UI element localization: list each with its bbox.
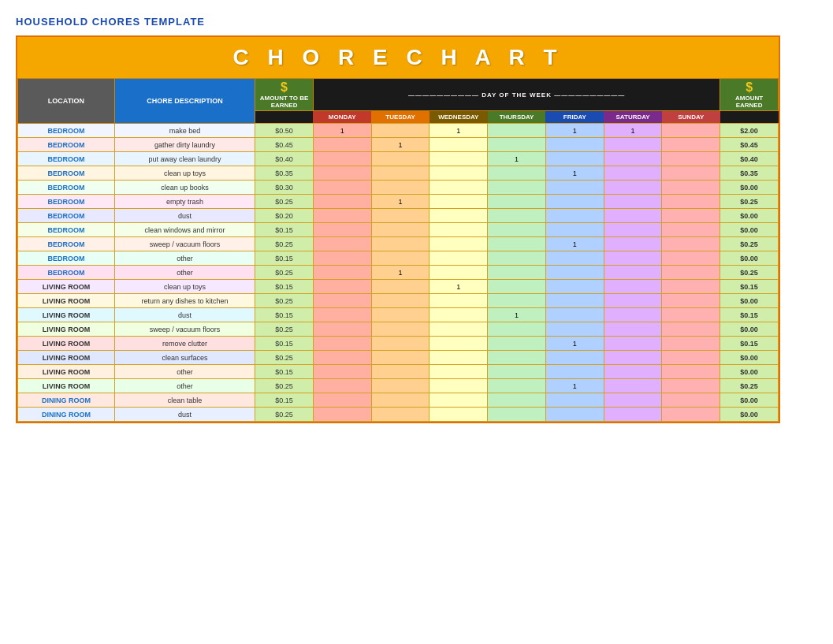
sunday-cell <box>662 294 720 308</box>
friday-header: FRIDAY <box>545 111 604 124</box>
amount-cell: $0.20 <box>255 209 314 223</box>
thursday-cell <box>488 223 546 237</box>
sunday-cell <box>662 308 720 322</box>
friday-cell <box>545 209 604 223</box>
earned-cell: $0.25 <box>720 195 779 209</box>
wednesday-cell <box>430 337 488 351</box>
monday-cell <box>313 365 371 379</box>
chore-cell: return any dishes to kitchen <box>114 294 255 308</box>
monday-cell <box>313 351 371 365</box>
chore-cell: sweep / vacuum floors <box>114 322 255 337</box>
amount-cell: $0.15 <box>255 393 314 408</box>
earned-cell: $0.00 <box>720 181 779 195</box>
tuesday-cell <box>371 237 430 251</box>
friday-cell <box>545 223 604 237</box>
monday-cell <box>313 223 371 237</box>
thursday-cell <box>488 351 546 365</box>
friday-cell <box>545 322 604 337</box>
earned-cell: $0.15 <box>720 308 779 322</box>
location-cell: LIVING ROOM <box>18 294 115 308</box>
sunday-cell <box>662 166 720 181</box>
location-cell: BEDROOM <box>18 124 115 138</box>
tuesday-cell <box>371 322 430 337</box>
monday-cell <box>313 280 371 294</box>
earned-cell: $0.00 <box>720 351 779 365</box>
tuesday-cell: 1 <box>371 138 430 152</box>
thursday-cell <box>488 393 546 408</box>
saturday-cell <box>604 251 662 266</box>
location-header: LOCATION <box>18 79 115 124</box>
chore-cell: clean up toys <box>114 166 255 181</box>
table-row: BEDROOMdust$0.20$0.00 <box>18 209 779 223</box>
tuesday-cell <box>371 294 430 308</box>
amount-cell: $0.25 <box>255 294 314 308</box>
friday-cell <box>545 408 604 422</box>
saturday-cell: 1 <box>604 124 662 138</box>
location-cell: LIVING ROOM <box>18 308 115 322</box>
table-row: BEDROOMmake bed$0.501111$2.00 <box>18 124 779 138</box>
amount-cell: $0.15 <box>255 365 314 379</box>
amount-cell: $0.30 <box>255 181 314 195</box>
saturday-cell <box>604 181 662 195</box>
monday-cell <box>313 195 371 209</box>
earned-cell: $0.00 <box>720 294 779 308</box>
earned-cell: $0.00 <box>720 223 779 237</box>
location-cell: DINING ROOM <box>18 408 115 422</box>
thursday-cell <box>488 124 546 138</box>
friday-cell <box>545 351 604 365</box>
thursday-header: THURSDAY <box>488 111 546 124</box>
friday-cell <box>545 266 604 280</box>
saturday-cell <box>604 365 662 379</box>
sunday-cell <box>662 152 720 166</box>
wednesday-cell <box>430 266 488 280</box>
chore-cell: empty trash <box>114 195 255 209</box>
chart-title-row: C H O R E C H A R T <box>17 37 779 78</box>
saturday-cell <box>604 138 662 152</box>
earned-cell: $0.35 <box>720 166 779 181</box>
saturday-cell <box>604 195 662 209</box>
friday-cell <box>545 280 604 294</box>
amount-cell: $0.35 <box>255 166 314 181</box>
sunday-cell <box>662 181 720 195</box>
table-row: BEDROOMclean windows and mirror$0.15$0.0… <box>18 223 779 237</box>
chore-cell: clean windows and mirror <box>114 223 255 237</box>
wednesday-cell <box>430 379 488 393</box>
thursday-cell <box>488 209 546 223</box>
wednesday-cell: 1 <box>430 280 488 294</box>
chore-cell: gather dirty laundry <box>114 138 255 152</box>
earned-sub-header <box>720 111 779 124</box>
chore-cell: clean up books <box>114 181 255 195</box>
wednesday-cell <box>430 209 488 223</box>
saturday-cell <box>604 408 662 422</box>
location-cell: BEDROOM <box>18 181 115 195</box>
tuesday-cell <box>371 166 430 181</box>
page-title: HOUSEHOLD CHORES TEMPLATE <box>16 16 817 28</box>
friday-cell <box>545 393 604 408</box>
monday-cell <box>313 408 371 422</box>
location-cell: LIVING ROOM <box>18 365 115 379</box>
chore-cell: dust <box>114 209 255 223</box>
thursday-cell <box>488 322 546 337</box>
sunday-cell <box>662 408 720 422</box>
saturday-cell <box>604 337 662 351</box>
location-cell: BEDROOM <box>18 251 115 266</box>
tuesday-cell <box>371 308 430 322</box>
monday-cell <box>313 393 371 408</box>
table-row: BEDROOMclean up books$0.30$0.00 <box>18 181 779 195</box>
wednesday-header: WEDNESDAY <box>430 111 488 124</box>
earned-cell: $0.00 <box>720 322 779 337</box>
tuesday-cell <box>371 337 430 351</box>
wednesday-cell <box>430 181 488 195</box>
earned-cell: $2.00 <box>720 124 779 138</box>
tuesday-cell <box>371 379 430 393</box>
thursday-cell: 1 <box>488 152 546 166</box>
friday-cell <box>545 294 604 308</box>
table-row: BEDROOMput away clean laundry$0.401$0.40 <box>18 152 779 166</box>
thursday-cell <box>488 251 546 266</box>
amount-cell: $0.15 <box>255 308 314 322</box>
amount-cell: $0.45 <box>255 138 314 152</box>
saturday-cell <box>604 280 662 294</box>
table-row: DINING ROOMclean table$0.15$0.00 <box>18 393 779 408</box>
monday-cell <box>313 138 371 152</box>
earned-cell: $0.25 <box>720 266 779 280</box>
